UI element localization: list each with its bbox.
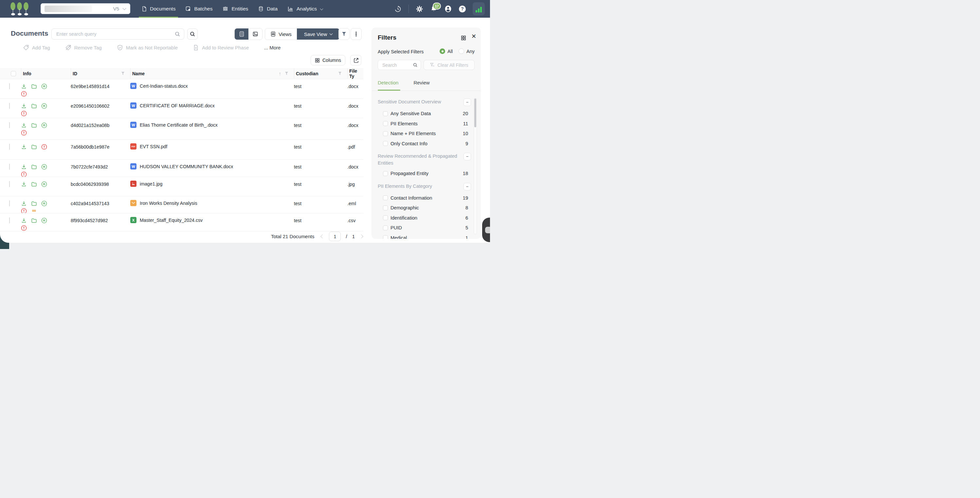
filter-checkbox[interactable]: [383, 215, 388, 220]
bulk-action[interactable]: Remove Tag: [65, 44, 102, 51]
floating-widget-button[interactable]: [482, 217, 490, 242]
extension-bars-icon[interactable]: [473, 2, 485, 15]
document-name[interactable]: CERTIFICATE OF MARRIAGE.docx: [140, 102, 215, 108]
sort-ascending-icon[interactable]: ↑: [279, 71, 282, 76]
download-icon[interactable]: [21, 83, 27, 89]
filter-item[interactable]: Name + PII Elements 10: [372, 128, 481, 139]
table-row[interactable]: R ∞ 7a56b00db1e987e PDF EVT SSN.pdf: [0, 140, 363, 160]
filter-item[interactable]: PII Elements 11: [372, 119, 481, 129]
filter-item[interactable]: Demographic 8: [372, 203, 481, 213]
redacted-r-icon[interactable]: R: [41, 83, 47, 89]
alert-icon[interactable]: [21, 225, 27, 231]
next-page-icon[interactable]: [359, 234, 363, 238]
document-name[interactable]: Master_Staff_Equity_2024.csv: [140, 217, 203, 223]
download-icon[interactable]: [21, 181, 27, 187]
filter-checkbox[interactable]: [383, 195, 388, 200]
filters-grid-icon[interactable]: [461, 35, 466, 41]
download-icon[interactable]: [21, 164, 27, 170]
filter-item[interactable]: Contact Information 19: [372, 193, 481, 203]
filter-item[interactable]: Only Contact Info 9: [372, 139, 481, 149]
alert-icon[interactable]: [21, 111, 27, 116]
bulk-action[interactable]: Add Tag: [23, 44, 50, 51]
header-select-all[interactable]: [9, 68, 21, 79]
settings-gear-icon[interactable]: [416, 5, 423, 13]
alert-icon[interactable]: [41, 144, 47, 150]
collapse-section-icon[interactable]: −: [463, 183, 471, 190]
redacted-r-icon[interactable]: R: [41, 217, 47, 224]
row-checkbox[interactable]: [9, 103, 10, 109]
infinity-link-icon[interactable]: ∞: [31, 208, 37, 213]
match-any-radio[interactable]: Any: [458, 48, 475, 54]
filter-item[interactable]: Identification 6: [372, 213, 481, 223]
filter-checkbox[interactable]: [383, 206, 388, 210]
previous-page-icon[interactable]: [321, 234, 325, 238]
filter-funnel-icon[interactable]: [121, 71, 125, 76]
redacted-r-icon[interactable]: R: [41, 164, 47, 170]
filters-search-input[interactable]: [382, 62, 409, 68]
nav-tab[interactable]: Data: [258, 0, 278, 17]
redacted-r-icon[interactable]: R: [41, 103, 47, 109]
nav-tab[interactable]: Documents: [142, 0, 175, 17]
table-row[interactable]: R ∞ bcdc04062939398 image1.jpg: [0, 177, 363, 196]
filter-item[interactable]: Medical 1: [372, 233, 481, 239]
nav-tab[interactable]: Entities: [222, 0, 248, 17]
download-icon[interactable]: [21, 103, 27, 109]
close-icon[interactable]: ✕: [471, 33, 476, 39]
nav-tab[interactable]: Analytics: [287, 0, 323, 17]
kebab-menu-button[interactable]: [350, 28, 362, 40]
notifications-bell-icon[interactable]: 17: [430, 5, 437, 13]
download-icon[interactable]: [21, 201, 27, 206]
document-name[interactable]: image1.jpg: [140, 181, 162, 187]
redacted-r-icon[interactable]: R: [41, 122, 47, 128]
filter-checkbox[interactable]: [383, 171, 388, 176]
workspace-selector[interactable]: V5: [41, 3, 130, 14]
table-row[interactable]: R ∞ 8f993cd4527d982 X Master_Staff_Equit…: [0, 213, 363, 232]
alert-icon[interactable]: [21, 208, 27, 213]
alert-icon[interactable]: [21, 91, 27, 97]
row-checkbox[interactable]: [9, 200, 10, 206]
filter-checkbox[interactable]: [383, 141, 388, 146]
row-checkbox[interactable]: [9, 217, 10, 224]
nav-tab[interactable]: Batches: [185, 0, 212, 17]
filter-item[interactable]: PUID 5: [372, 223, 481, 233]
gallery-view-toggle[interactable]: [248, 29, 262, 40]
row-checkbox[interactable]: [9, 122, 10, 128]
scrollbar-thumb[interactable]: [474, 98, 476, 127]
folder-icon[interactable]: [31, 103, 37, 109]
filter-item[interactable]: Propagated Entity 18: [372, 168, 481, 179]
download-icon[interactable]: [21, 144, 27, 150]
collapse-section-icon[interactable]: −: [463, 98, 471, 106]
save-view-button[interactable]: Save View: [297, 29, 339, 40]
views-button[interactable]: Views: [265, 29, 297, 40]
collapse-section-icon[interactable]: −: [463, 153, 471, 160]
columns-button[interactable]: Columns: [311, 55, 345, 65]
match-all-radio[interactable]: All: [440, 48, 453, 54]
filter-funnel-button[interactable]: [339, 28, 350, 40]
filter-funnel-icon[interactable]: [338, 71, 342, 76]
advanced-search-button[interactable]: [187, 29, 198, 40]
alert-icon[interactable]: [21, 130, 27, 136]
bulk-action[interactable]: Mark as Not Reportable: [117, 44, 178, 51]
folder-icon[interactable]: [31, 122, 37, 128]
row-checkbox[interactable]: [9, 163, 10, 170]
filter-checkbox[interactable]: [383, 111, 388, 116]
folder-icon[interactable]: [31, 217, 37, 224]
table-row[interactable]: R ∞ 62e9be145891d14 W Cert-Indian-status…: [0, 79, 363, 99]
alert-icon[interactable]: [21, 171, 27, 177]
document-name[interactable]: HUDSON VALLEY COMMUNITY BANK.docx: [140, 163, 233, 169]
current-page-input[interactable]: 1: [329, 232, 341, 241]
download-icon[interactable]: [21, 122, 27, 128]
export-icon[interactable]: [350, 55, 361, 65]
more-actions-button[interactable]: ... More: [264, 45, 281, 51]
document-name[interactable]: EVT SSN.pdf: [140, 143, 167, 149]
filter-funnel-icon[interactable]: [285, 71, 289, 76]
search-input[interactable]: [56, 31, 175, 37]
table-row[interactable]: R ∞ e20961450106602 W CERTIFICATE OF MAR…: [0, 99, 363, 118]
row-checkbox[interactable]: [9, 181, 10, 187]
redacted-r-icon[interactable]: R: [41, 181, 47, 187]
redacted-r-icon[interactable]: R: [41, 201, 47, 206]
filters-tab[interactable]: Review: [414, 80, 430, 86]
history-icon[interactable]: [394, 5, 402, 13]
table-row[interactable]: R ∞ d4d021a152ea08b W Elias Thorne Certi…: [0, 118, 363, 140]
document-name[interactable]: Cert-Indian-status.docx: [140, 83, 188, 89]
